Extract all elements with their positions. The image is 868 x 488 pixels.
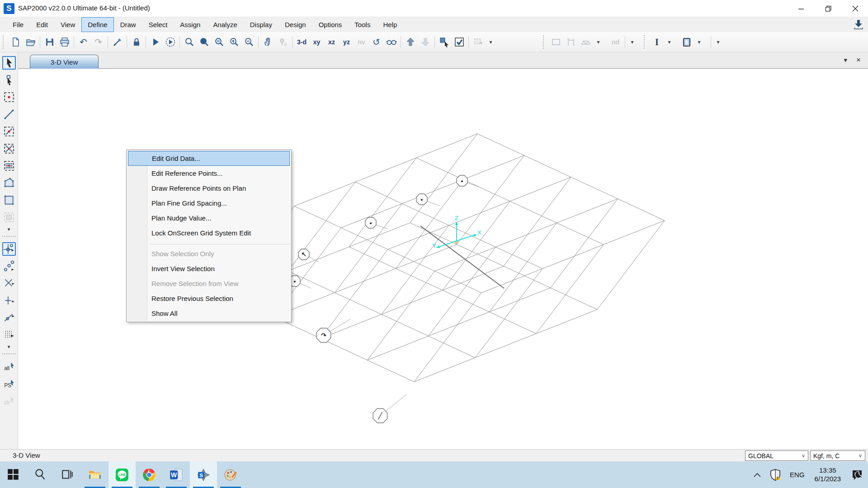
language-indicator[interactable]: ENG	[785, 461, 809, 488]
display-options-icon[interactable]	[452, 34, 467, 50]
draw-frame-icon[interactable]	[2, 108, 16, 121]
template-caret-2-icon[interactable]: ▾	[627, 34, 642, 50]
new-model-icon[interactable]	[8, 34, 23, 50]
draw-rect-area-icon[interactable]	[2, 193, 16, 207]
menu-analyze[interactable]: Analyze	[207, 17, 243, 32]
menu-design[interactable]: Design	[278, 17, 312, 32]
zoom-out-icon[interactable]	[241, 34, 256, 50]
redo-icon[interactable]: ↷	[91, 34, 106, 50]
units-dropdown[interactable]: Kgf, m, C ∨	[810, 450, 865, 461]
context-menu-item-invert-view-selection[interactable]: Invert View Selection	[127, 261, 290, 276]
reshape-object-icon[interactable]	[2, 73, 16, 87]
toolbar-separator	[625, 36, 625, 48]
draw-poly-area-icon[interactable]	[2, 176, 16, 190]
snap-to-fine-grid-icon[interactable]	[2, 328, 16, 342]
zoom-previous-icon[interactable]	[212, 34, 226, 50]
run-step-icon[interactable]	[163, 34, 178, 50]
open-file-icon[interactable]	[23, 34, 38, 50]
menu-tools[interactable]: Tools	[348, 17, 377, 32]
svg-text:LINE: LINE	[118, 473, 126, 476]
select-pointer-icon[interactable]	[2, 56, 16, 70]
menu-help[interactable]: Help	[377, 17, 403, 32]
frame-section-ibeam-icon[interactable]: I	[649, 34, 664, 50]
context-menu-item-restore-previous-selection[interactable]: Restore Previous Selection	[127, 291, 290, 306]
task-view-button[interactable]	[54, 461, 81, 488]
clock[interactable]: 13:35 6/1/2023	[809, 466, 846, 483]
context-menu-item-lock-onscreen-grid-system-edit[interactable]: Lock OnScreen Grid System Edit	[127, 225, 290, 240]
quick-draw-secondary-beams-icon[interactable]	[2, 159, 16, 173]
menu-select[interactable]: Select	[142, 17, 174, 32]
context-menu-item-plan-fine-grid-spacing[interactable]: Plan Fine Grid Spacing...	[127, 196, 290, 211]
view-3d-icon[interactable]: 3-d	[294, 34, 309, 50]
context-menu-item-show-all[interactable]: Show All	[127, 306, 290, 321]
run-analysis-icon[interactable]	[148, 34, 163, 50]
print-icon[interactable]	[57, 34, 72, 50]
previous-selection-icon[interactable]: PS	[2, 377, 16, 390]
tab-close-icon[interactable]: ×	[856, 56, 861, 64]
draw-pen-icon[interactable]	[110, 34, 125, 50]
snap-to-joints-icon[interactable]	[2, 242, 16, 256]
snap-to-lines-icon[interactable]	[2, 311, 16, 324]
assign-caret-icon[interactable]: ▾	[486, 34, 500, 50]
select-all-icon[interactable]: all	[2, 360, 16, 373]
perspective-toggle-icon[interactable]	[384, 34, 399, 50]
action-center-icon[interactable]	[846, 461, 868, 488]
menu-define[interactable]: Define	[81, 17, 113, 32]
toolbar-separator	[468, 36, 469, 48]
snap-to-perpendicular-icon[interactable]	[2, 294, 16, 307]
snap-to-intersections-icon[interactable]	[2, 277, 16, 290]
view-xy-icon[interactable]: xy	[309, 34, 324, 50]
coordinate-system-dropdown[interactable]: GLOBAL ∨	[745, 450, 808, 461]
context-menu-item-edit-grid-data[interactable]: Edit Grid Data...	[128, 151, 290, 166]
zoom-in-icon[interactable]	[226, 34, 241, 50]
line-app[interactable]: LINE	[108, 461, 136, 488]
menu-edit[interactable]: Edit	[30, 17, 54, 32]
chrome[interactable]	[136, 461, 163, 488]
save-model-icon[interactable]	[42, 34, 57, 50]
context-menu-item-plan-nudge-value[interactable]: Plan Nudge Value...	[127, 211, 290, 225]
paint[interactable]	[217, 461, 244, 488]
context-menu-item-draw-reference-points-on-plan[interactable]: Draw Reference Points on Plan	[127, 181, 290, 196]
draw-special-joint-icon[interactable]	[2, 90, 16, 104]
object-select-mode-icon[interactable]	[437, 34, 452, 50]
view-yz-icon[interactable]: yz	[339, 34, 354, 50]
show-hidden-icons-button[interactable]	[749, 461, 765, 488]
restore-button[interactable]	[816, 0, 841, 17]
menu-file[interactable]: File	[6, 17, 30, 32]
frame-section-caret-icon[interactable]: ▾	[664, 34, 679, 50]
view-xz-icon[interactable]: xz	[324, 34, 339, 50]
tab-3d-view[interactable]: 3-D View	[30, 55, 99, 69]
template-caret-1-icon[interactable]: ▾	[593, 34, 608, 50]
menu-display[interactable]: Display	[244, 17, 278, 32]
menu-assign[interactable]: Assign	[174, 17, 207, 32]
quick-draw-frame-icon[interactable]	[2, 125, 16, 138]
draw-more-caret[interactable]: ▾	[8, 226, 10, 232]
more-sections-caret-icon[interactable]: ▾	[713, 34, 728, 50]
download-model-icon[interactable]	[853, 18, 864, 32]
sap2000[interactable]: S	[190, 461, 217, 488]
undo-icon[interactable]: ↶	[76, 34, 91, 50]
menu-options[interactable]: Options	[312, 17, 349, 32]
move-up-gridline-icon[interactable]	[403, 34, 418, 50]
start-button[interactable]	[0, 461, 27, 488]
quick-draw-braces-icon[interactable]	[2, 142, 16, 155]
concrete-section-icon[interactable]	[679, 34, 694, 50]
zoom-rubber-band-icon[interactable]	[182, 34, 197, 50]
minimize-button[interactable]	[788, 0, 814, 17]
rotate-3d-view-icon[interactable]: ↺	[369, 34, 384, 50]
search-button[interactable]	[27, 461, 54, 488]
snap-to-midpoints-icon[interactable]	[2, 259, 16, 273]
close-button[interactable]	[843, 0, 868, 17]
menu-view[interactable]: View	[54, 17, 81, 32]
file-explorer[interactable]	[81, 461, 108, 488]
lock-model-icon[interactable]	[129, 34, 144, 50]
context-menu-item-edit-reference-points[interactable]: Edit Reference Points...	[127, 166, 290, 181]
security-shield-icon[interactable]	[765, 461, 785, 488]
pan-view-icon[interactable]	[260, 34, 275, 50]
word[interactable]: W	[163, 461, 190, 488]
tab-list-caret-icon[interactable]: ▾	[844, 56, 847, 64]
zoom-full-view-icon[interactable]	[197, 34, 212, 50]
concrete-section-caret-icon[interactable]: ▾	[694, 34, 709, 50]
menu-draw[interactable]: Draw	[114, 17, 142, 32]
snap-more-caret[interactable]: ▾	[8, 343, 10, 350]
